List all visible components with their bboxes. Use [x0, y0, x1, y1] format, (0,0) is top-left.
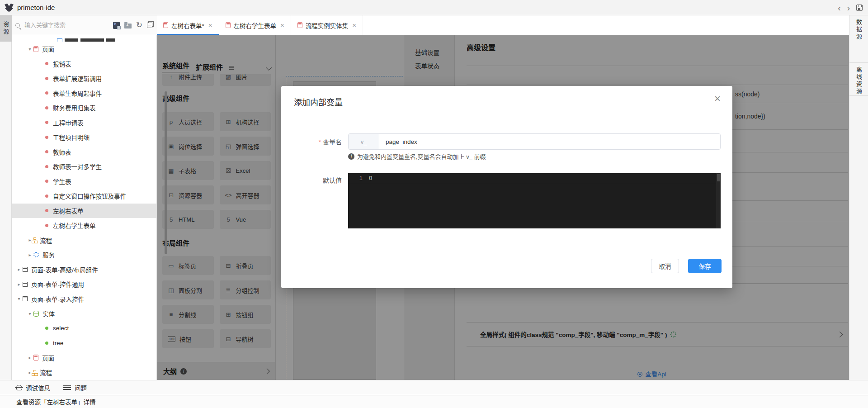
editor-tab[interactable]: 左树右学生表单 × — [219, 15, 291, 35]
search-icon — [15, 23, 20, 28]
tree-item-label: 页面-表单-高级/布局组件 — [31, 265, 98, 274]
tab-label: 左树右表单* — [171, 21, 204, 30]
tree-item-icon — [23, 282, 28, 287]
tree-item-label: 页面 — [42, 353, 54, 362]
tree-item[interactable]: select — [12, 321, 156, 336]
debug-icon — [16, 385, 22, 390]
save-icon[interactable] — [856, 5, 863, 11]
cancel-button[interactable]: 取消 — [651, 259, 679, 273]
tree-item[interactable]: 财务费用归集表 — [12, 100, 156, 115]
dialog-close-icon[interactable]: × — [714, 93, 721, 104]
refresh-icon[interactable]: ↻ — [136, 21, 142, 29]
tab-close-icon[interactable]: × — [280, 21, 284, 29]
tree-item-icon — [23, 296, 28, 301]
nav-back-icon[interactable]: ‹ — [838, 4, 840, 12]
search-input[interactable] — [24, 21, 87, 29]
tree-item[interactable]: 报销表 — [12, 57, 156, 71]
variable-prefix: v_ — [349, 134, 379, 149]
tab-file-icon — [226, 22, 231, 28]
tree-item-label: 教师表一对多学生 — [53, 162, 102, 171]
tree-item-label: select — [53, 325, 69, 332]
tree-item[interactable]: 表单生命周起事件 — [12, 86, 156, 101]
line-number: 1 — [348, 173, 369, 183]
hint-info-icon: i — [348, 153, 354, 160]
tree-item-label: 左树右学生表单 — [53, 221, 96, 230]
expand-arrow-icon[interactable] — [15, 296, 23, 301]
tree-item-label: 表单扩展逻辑调用 — [53, 74, 102, 83]
tree-item[interactable]: 实体 — [12, 306, 156, 321]
status-text: 查看资源「左树右表单」详情 — [16, 397, 96, 406]
editor-tab[interactable]: 左树右表单* × — [157, 15, 219, 35]
tree-item-icon — [33, 46, 38, 52]
tab-label: 流程实例实体集 — [306, 21, 349, 30]
tab-close-icon[interactable]: × — [208, 21, 212, 29]
tree-item[interactable]: 工程申请表 — [12, 115, 156, 130]
new-folder-icon[interactable] — [124, 24, 132, 28]
variable-name-label: 变量名 — [292, 137, 342, 146]
tree-item[interactable]: 表单扩展逻辑调用 — [12, 71, 156, 86]
tree-item[interactable]: 左树右学生表单 — [12, 218, 156, 233]
expand-arrow-icon[interactable] — [15, 282, 23, 287]
code-text: 0 — [369, 173, 372, 183]
partial-tree-item — [12, 35, 156, 42]
variable-name-hint: i 为避免和内置变量重名,变量名会自动加上 v_ 前缀 — [348, 152, 486, 161]
tree-item-label: 页面 — [42, 44, 54, 53]
new-resource-icon[interactable] — [113, 22, 120, 29]
tree-item-label: 流程 — [40, 368, 52, 377]
tree-item[interactable]: 页面 — [12, 351, 156, 365]
code-line: 1 0 — [348, 173, 721, 183]
app-title: primeton-ide — [17, 4, 55, 11]
right-strip-tab[interactable]: 数据源 — [849, 15, 868, 63]
default-value-code-editor[interactable]: 1 0 — [348, 173, 721, 228]
expand-arrow-icon[interactable] — [26, 47, 33, 52]
tree-item[interactable]: 页面-表单-高级/布局组件 — [12, 262, 156, 277]
tree-item-label: 工程项目明细 — [53, 133, 90, 142]
tree-item-label: 财务费用归集表 — [53, 103, 96, 112]
tab-close-icon[interactable]: × — [352, 21, 356, 29]
tree-item[interactable]: 自定义窗口操作按钮及事件 — [12, 189, 156, 204]
tree-item[interactable]: 工程项目明细 — [12, 130, 156, 145]
tree-item[interactable]: 页面 — [12, 42, 156, 57]
issues-button[interactable]: 问题 — [66, 383, 87, 392]
tree-item-label: tree — [53, 340, 63, 346]
tab-file-icon — [297, 22, 302, 28]
tree-item-icon — [45, 106, 48, 109]
resource-tree-panel: 页面 报销表 表单扩展逻辑调用 表单生命周起事件 财务费用归集表 — [12, 35, 157, 380]
tree-item-icon — [33, 370, 36, 372]
tree-item-icon — [45, 91, 48, 95]
debug-info-button[interactable]: 调试信息 — [16, 383, 50, 392]
right-panel-strip: 数据源 离线资源 — [849, 15, 868, 380]
tree-item-icon — [45, 224, 48, 227]
nav-forward-icon[interactable]: › — [847, 4, 850, 12]
tree-item-icon — [45, 209, 48, 212]
editor-tab[interactable]: 流程实例实体集 × — [291, 15, 363, 35]
expand-arrow-icon[interactable] — [26, 355, 33, 360]
tree-item-label: 教师表 — [53, 147, 71, 157]
tree-item[interactable]: 学生表 — [12, 174, 156, 189]
issues-list-icon — [66, 385, 71, 386]
tree-item[interactable]: 左树右表单 — [12, 204, 156, 218]
tree-item[interactable]: 教师表一对多学生 — [12, 159, 156, 174]
collapse-all-icon[interactable] — [147, 23, 152, 28]
expand-arrow-icon[interactable] — [15, 267, 23, 272]
expand-arrow-icon[interactable] — [26, 252, 33, 257]
tree-item[interactable]: 教师表 — [12, 145, 156, 160]
expand-arrow-icon[interactable] — [26, 311, 33, 316]
tree-item[interactable]: 页面-表单-控件通用 — [12, 277, 156, 292]
tree-item[interactable]: 服务 — [12, 247, 156, 262]
tree-item[interactable]: 页面-表单-录入控件 — [12, 292, 156, 307]
tree-item-label: 学生表 — [53, 177, 71, 186]
save-button[interactable]: 保存 — [688, 259, 722, 273]
editor-scrollbar[interactable] — [716, 173, 721, 228]
tree-item[interactable]: 流程 — [12, 365, 156, 380]
tree-item-label: 报销表 — [53, 59, 71, 68]
tree-item-icon — [45, 180, 48, 183]
right-strip-tab[interactable]: 离线资源 — [849, 63, 868, 96]
variable-name-input[interactable] — [379, 134, 720, 149]
tree-item[interactable]: tree — [12, 336, 156, 351]
tree-item-label: 左树右表单 — [53, 206, 84, 215]
activity-tab-resources[interactable]: 资源 — [0, 15, 12, 42]
default-value-label: 默认值 — [292, 176, 342, 185]
tree-item[interactable]: 流程 — [12, 233, 156, 248]
tree-item-icon — [23, 267, 28, 272]
